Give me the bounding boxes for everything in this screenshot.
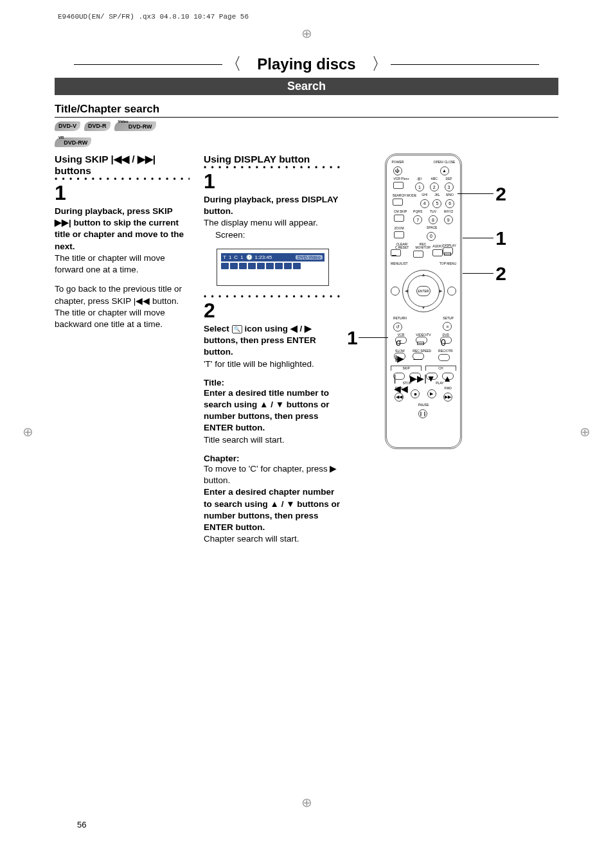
num-3[interactable]: 3: [445, 182, 454, 191]
step-number-1-mid: 1: [204, 171, 342, 191]
clock-icon: 🕐: [246, 254, 253, 260]
num-0[interactable]: 0: [427, 232, 436, 241]
mid-p1-bold: During playback, press DISPLAY button.: [204, 195, 338, 216]
column-left: Using SKIP |◀◀ / ▶▶| buttons • • • • • •…: [55, 154, 190, 338]
power-button[interactable]: ⏻: [393, 166, 402, 175]
chapter-heading: Chapter:: [204, 454, 342, 463]
open-close-label: OPEN/ CLOSE: [434, 161, 456, 164]
screen-icon-row: [221, 263, 324, 269]
ch-group-label: CH: [425, 366, 456, 371]
display-button[interactable]: ▭: [443, 247, 453, 254]
screen-t: T: [223, 254, 226, 260]
cm-skip-button[interactable]: [394, 215, 404, 222]
clear-label: CLEAR/ C.RESET: [391, 243, 413, 249]
step-number-2: 2: [204, 300, 342, 321]
zoom-button[interactable]: [394, 231, 404, 238]
return-button[interactable]: ↺: [393, 323, 402, 332]
pause-label: PAUSE: [418, 403, 429, 407]
setup-label: SETUP: [443, 317, 454, 320]
num-8[interactable]: 8: [429, 215, 438, 224]
play-button[interactable]: ▶: [427, 389, 436, 398]
audio-button[interactable]: [432, 249, 443, 256]
callout-2b: 2: [495, 263, 506, 285]
dots-divider: • • • • • • • • • • • • • • • • • • • • …: [204, 295, 342, 299]
rec-speed-button[interactable]: —: [413, 353, 424, 360]
num-9[interactable]: 9: [444, 215, 453, 224]
mini-icon: [293, 263, 301, 269]
callout-line: [359, 337, 388, 338]
callout-2a: 2: [495, 183, 506, 205]
skip-next-button[interactable]: ▶▶|: [409, 373, 421, 380]
num-7[interactable]: 7: [413, 215, 422, 224]
screen-time: 1:23:45: [255, 254, 272, 260]
cm-skip-label: CM SKIP: [394, 210, 407, 213]
open-close-button[interactable]: ▲: [440, 166, 449, 175]
video-tv-button[interactable]: ▭: [416, 337, 427, 344]
screen-preview: T 1 C 1 🕐 1:23:45 DVD-Video: [217, 249, 329, 286]
left-p1-reg: The title or chapter will move forward o…: [55, 253, 165, 274]
rec-monitor-button[interactable]: [413, 251, 423, 258]
power-label: POWER: [392, 161, 404, 164]
ch-down-button[interactable]: ▼: [426, 373, 438, 380]
vcr-button[interactable]: σ: [395, 337, 407, 344]
return-label: RETURN: [393, 317, 407, 320]
rew-button[interactable]: ◀◀: [395, 393, 404, 402]
remote-control: POWER ⏻ OPEN/ CLOSE ▲ VCR Plus+ .@/:1 AB…: [385, 154, 462, 449]
pqrs-label: PQRS: [413, 210, 422, 213]
mini-icon: [248, 263, 256, 269]
num-2[interactable]: 2: [430, 182, 439, 191]
chevron-right-icon: 〉: [369, 53, 391, 75]
mid-p2-reg: 'T' for title will be highlighted.: [204, 359, 314, 369]
mid-p1-reg: The display menu will appear.: [204, 218, 318, 227]
skip-prev-button[interactable]: |◀◀: [393, 373, 405, 380]
top-menu-button[interactable]: [447, 287, 456, 296]
nav-inner-ring: ENTER: [407, 275, 440, 307]
jkl-label: JKL: [432, 193, 441, 197]
mini-icon: [221, 263, 229, 269]
fwd-button[interactable]: ▶▶: [443, 393, 452, 402]
badge-dvd-r: DVD-R: [84, 121, 111, 131]
page-number: 56: [77, 820, 86, 829]
nav-up-icon[interactable]: ▲: [422, 272, 426, 277]
abc-label: ABC: [430, 177, 439, 181]
ghi-label: GHI: [420, 193, 429, 197]
num-4[interactable]: 4: [420, 199, 429, 208]
mini-icon: [266, 263, 274, 269]
nav-ring[interactable]: ▲ ▼ ◀ ▶ ENTER: [402, 270, 445, 312]
setup-button[interactable]: ≡: [443, 322, 452, 331]
enter-button[interactable]: ENTER: [416, 286, 431, 296]
clear-button[interactable]: −: [391, 249, 401, 256]
num-5[interactable]: 5: [432, 199, 441, 208]
mid-p2-bold-a: Select: [204, 324, 232, 333]
vcr-plus-button[interactable]: [393, 182, 404, 189]
ch-up-button[interactable]: ▲: [442, 373, 454, 380]
nav-right-icon[interactable]: ▶: [439, 288, 442, 294]
fwd-label: FWD: [443, 387, 452, 390]
nav-down-icon[interactable]: ▼: [422, 305, 426, 310]
pause-button[interactable]: ❙❙: [418, 409, 427, 418]
num-1[interactable]: 1: [415, 182, 424, 191]
crop-mark-icon: ⊕: [580, 424, 591, 439]
title-banner: 〈 Playing discs 〉: [55, 53, 558, 75]
num-6[interactable]: 6: [445, 199, 454, 208]
nav-left-icon[interactable]: ◀: [405, 288, 408, 294]
search-mode-button[interactable]: [393, 199, 403, 206]
method-title-display: Using DISPLAY button: [204, 154, 342, 165]
menu-list-button[interactable]: [391, 287, 400, 296]
stop-button[interactable]: ■: [411, 389, 420, 398]
badge-sup: Video: [118, 120, 129, 123]
dots-divider: • • • • • • • • • • • • • • • • • • • • …: [55, 177, 190, 181]
callout-line: [458, 193, 493, 194]
title-bold: Enter a desired title number to search u…: [204, 388, 330, 433]
top-menu-label: TOP MENU: [423, 262, 456, 265]
title-reg: Title search will start.: [204, 435, 285, 445]
dvd-button[interactable]: 0: [440, 337, 452, 344]
badge-dvd-rw-vr: VRDVD-RW: [55, 137, 91, 147]
rec-otr-button[interactable]: [438, 354, 450, 361]
left-p2-reg: To go back to the previous title or chap…: [55, 284, 182, 329]
crop-mark-icon: ⊕: [22, 424, 33, 439]
sub-banner: Search: [55, 78, 558, 95]
callout-line: [463, 273, 493, 274]
crop-mark-icon: ⊕: [301, 795, 312, 810]
slow-button[interactable]: I▶: [394, 353, 405, 360]
